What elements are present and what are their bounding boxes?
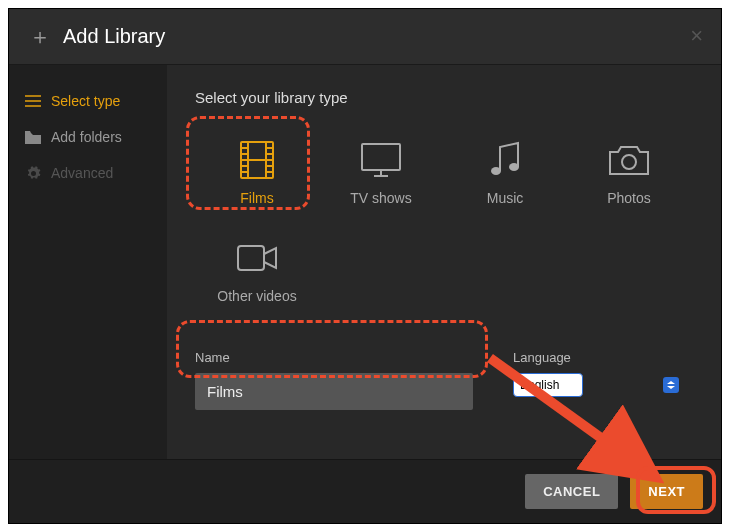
- type-films[interactable]: Films: [195, 124, 319, 222]
- next-button[interactable]: NEXT: [630, 474, 703, 509]
- main-panel: Select your library type Films: [167, 65, 721, 459]
- type-label: Music: [487, 190, 524, 206]
- music-icon: [488, 140, 522, 180]
- sidebar: Select type Add folders Advanced: [9, 65, 167, 459]
- name-label: Name: [195, 350, 473, 365]
- type-label: Photos: [607, 190, 651, 206]
- svg-point-20: [491, 167, 501, 175]
- svg-point-21: [509, 163, 519, 171]
- svg-rect-17: [362, 144, 400, 170]
- library-types: Films TV shows: [195, 124, 693, 320]
- video-icon: [236, 238, 278, 278]
- type-label: TV shows: [350, 190, 411, 206]
- camera-icon: [608, 140, 650, 180]
- film-icon: [239, 140, 275, 180]
- modal-footer: CANCEL NEXT: [9, 459, 721, 523]
- sidebar-item-select-type[interactable]: Select type: [9, 83, 167, 119]
- language-select-wrap: English: [513, 373, 683, 397]
- section-title: Select your library type: [195, 89, 693, 106]
- tv-icon: [360, 140, 402, 180]
- modal-body: Select type Add folders Advanced Select …: [9, 65, 721, 459]
- sidebar-label: Select type: [51, 93, 120, 109]
- type-music[interactable]: Music: [443, 124, 567, 222]
- name-input[interactable]: [195, 373, 473, 410]
- gear-icon: [25, 166, 41, 181]
- type-other-videos[interactable]: Other videos: [195, 222, 319, 320]
- language-label: Language: [513, 350, 693, 365]
- language-field-group: Language English: [513, 350, 693, 410]
- close-icon[interactable]: ×: [690, 25, 703, 47]
- type-tv-shows[interactable]: TV shows: [319, 124, 443, 222]
- list-icon: [25, 95, 41, 107]
- cancel-button[interactable]: CANCEL: [525, 474, 618, 509]
- name-field-group: Name: [195, 350, 473, 410]
- modal-header: ＋ Add Library ×: [9, 9, 721, 65]
- modal-title: Add Library: [63, 25, 165, 48]
- sidebar-item-advanced[interactable]: Advanced: [9, 155, 167, 191]
- type-label: Films: [240, 190, 273, 206]
- type-label: Other videos: [217, 288, 296, 304]
- sidebar-item-add-folders[interactable]: Add folders: [9, 119, 167, 155]
- form-row: Name Language English: [195, 350, 693, 410]
- plus-icon: ＋: [29, 26, 51, 48]
- sidebar-label: Advanced: [51, 165, 113, 181]
- svg-rect-23: [238, 246, 264, 270]
- type-photos[interactable]: Photos: [567, 124, 691, 222]
- add-library-modal: ＋ Add Library × Select type Add folders: [8, 8, 722, 524]
- svg-point-22: [622, 155, 636, 169]
- sidebar-label: Add folders: [51, 129, 122, 145]
- language-select[interactable]: English: [513, 373, 583, 397]
- folder-icon: [25, 131, 41, 144]
